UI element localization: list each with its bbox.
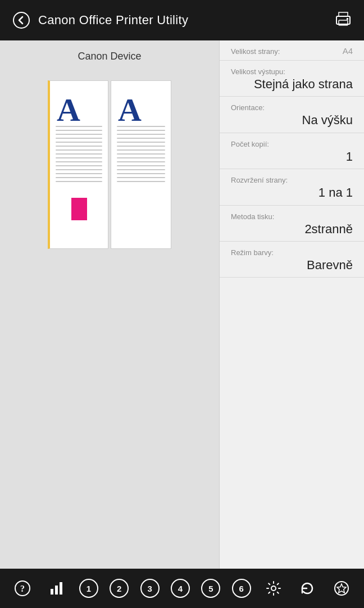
doc-page-right: A — [111, 80, 171, 249]
setting-copies[interactable]: Počet kopií: 1 — [220, 133, 364, 169]
setting-print-method[interactable]: Metoda tisku: 2stranně — [220, 206, 364, 242]
page-line — [56, 173, 102, 174]
page-line — [56, 157, 102, 158]
svg-rect-3 — [347, 18, 348, 20]
setting-value-print-method: 2stranně — [231, 222, 353, 237]
svg-point-9 — [271, 586, 276, 591]
page-line — [117, 169, 165, 170]
svg-rect-6 — [51, 589, 53, 595]
page-line — [56, 161, 102, 162]
document-preview: A — [48, 75, 171, 249]
page-lines-right — [117, 126, 165, 185]
app-title: Canon Office Printer Utility — [38, 13, 188, 28]
setting-label-color-mode: Režim barvy: — [231, 248, 353, 257]
page-line — [117, 146, 165, 147]
page-line — [56, 126, 102, 127]
page-line — [117, 134, 165, 135]
main-content: Canon Device A — [0, 40, 364, 569]
setting-value-color-mode: Barevně — [231, 258, 353, 273]
right-panel: Velikost strany: A4 Velikost výstupu: St… — [219, 40, 364, 569]
page-1-button[interactable]: 1 — [79, 579, 98, 598]
settings-button[interactable] — [262, 577, 285, 600]
page-line — [56, 181, 102, 182]
page-letter-left: A — [57, 91, 80, 129]
star-button[interactable] — [330, 577, 353, 600]
setting-value-output-size: Stejná jako strana — [231, 77, 353, 92]
page-5-button[interactable]: 5 — [201, 579, 220, 598]
page-line — [56, 169, 102, 170]
setting-value-page-size: A4 — [343, 46, 353, 56]
page-6-button[interactable]: 6 — [232, 579, 251, 598]
page-4-button[interactable]: 4 — [171, 579, 190, 598]
page-line — [56, 146, 102, 147]
svg-text:?: ? — [20, 584, 25, 593]
setting-label-output-size: Velikost výstupu: — [231, 67, 353, 76]
page-line — [117, 161, 165, 162]
setting-color-mode[interactable]: Režim barvy: Barevně — [220, 242, 364, 278]
page-lines-left — [56, 126, 102, 185]
page-line — [117, 181, 165, 182]
page-line — [117, 126, 165, 127]
page-letter-right: A — [118, 91, 142, 129]
svg-point-0 — [13, 12, 29, 28]
setting-page-size[interactable]: Velikost strany: A4 — [220, 40, 364, 61]
setting-label-copies: Počet kopií: — [231, 140, 353, 148]
setting-output-size[interactable]: Velikost výstupu: Stejná jako strana — [220, 61, 364, 97]
page-line — [117, 157, 165, 158]
setting-label-page-size: Velikost strany: — [231, 47, 280, 56]
printer-icon[interactable] — [334, 9, 353, 32]
refresh-button[interactable] — [296, 577, 319, 600]
svg-rect-8 — [60, 582, 62, 595]
svg-rect-7 — [55, 586, 58, 595]
setting-value-layout: 1 na 1 — [231, 185, 353, 200]
setting-label-print-method: Metoda tisku: — [231, 212, 353, 221]
back-button[interactable] — [11, 10, 31, 30]
svg-marker-11 — [337, 584, 346, 593]
bottom-toolbar: ? 1 2 3 4 5 6 — [0, 569, 364, 608]
page-line — [56, 165, 102, 166]
page-line — [117, 173, 165, 174]
page-line — [117, 142, 165, 143]
page-2-button[interactable]: 2 — [110, 579, 129, 598]
page-line — [117, 165, 165, 166]
doc-page-left: A — [48, 80, 108, 249]
page-line — [117, 149, 165, 151]
setting-label-layout: Rozvržení strany: — [231, 176, 353, 184]
left-panel: Canon Device A — [0, 40, 219, 569]
setting-orientation[interactable]: Orientace: Na výšku — [220, 97, 364, 133]
pink-accent — [71, 198, 87, 220]
page-line — [56, 149, 102, 151]
page-3-button[interactable]: 3 — [140, 579, 160, 598]
setting-value-orientation: Na výšku — [231, 113, 353, 128]
help-button[interactable]: ? — [11, 577, 34, 600]
setting-value-copies: 1 — [231, 149, 353, 164]
page-line — [56, 130, 102, 131]
device-label: Canon Device — [78, 51, 141, 62]
page-line — [117, 138, 165, 139]
header-left: Canon Office Printer Utility — [11, 10, 188, 30]
setting-label-orientation: Orientace: — [231, 103, 353, 112]
page-line — [56, 153, 102, 155]
header: Canon Office Printer Utility — [0, 0, 364, 40]
page-line — [56, 177, 102, 178]
page-line — [117, 130, 165, 131]
page-line — [56, 138, 102, 139]
page-line — [56, 134, 102, 135]
setting-layout[interactable]: Rozvržení strany: 1 na 1 — [220, 169, 364, 205]
stats-button[interactable] — [46, 577, 68, 600]
page-line — [117, 177, 165, 178]
page-line — [56, 142, 102, 143]
page-line — [117, 153, 165, 155]
